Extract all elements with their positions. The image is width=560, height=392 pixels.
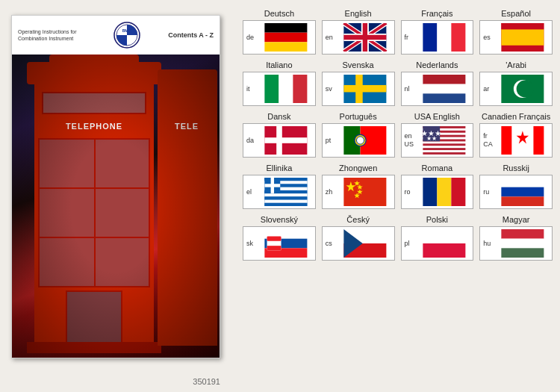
svg-rect-26 <box>343 85 386 93</box>
svg-rect-64 <box>264 203 307 206</box>
lang-item-italy[interactable]: Italianoit <box>243 60 316 106</box>
lang-box-hungary[interactable]: hu <box>479 226 553 261</box>
svg-rect-28 <box>423 84 465 94</box>
lang-item-arabic[interactable]: 'Arabiar <box>479 60 553 106</box>
lang-code-greece: el <box>246 188 257 196</box>
lang-code-hungary: hu <box>483 240 494 248</box>
lang-name-germany: Deutsch <box>243 9 316 18</box>
svg-rect-23 <box>293 75 307 103</box>
lang-item-germany[interactable]: Deutschde <box>243 9 316 55</box>
lang-item-china[interactable]: Zhongwenzh <box>322 164 395 209</box>
lang-code-sweden: sv <box>326 85 336 93</box>
flag-arabic <box>497 75 549 103</box>
lang-box-netherlands[interactable]: nl <box>401 72 474 106</box>
svg-rect-47 <box>423 152 465 155</box>
svg-text:★★: ★★ <box>426 135 436 142</box>
svg-rect-68 <box>343 178 386 206</box>
flag-czech <box>339 229 391 258</box>
book-photo: TELEPHONE TELE <box>12 55 220 358</box>
flag-denmark <box>260 126 312 155</box>
lang-box-uk[interactable]: en <box>322 20 395 55</box>
flag-greece <box>260 178 312 206</box>
svg-rect-21 <box>264 75 279 103</box>
lang-item-portugal[interactable]: Portuguêspt <box>322 112 395 158</box>
lang-box-arabic[interactable]: ar <box>479 72 553 106</box>
lang-code-slovakia: sk <box>246 240 257 248</box>
svg-rect-61 <box>264 193 307 196</box>
lang-box-russia[interactable]: ru <box>479 175 553 209</box>
book-header-text: Operating Instructions for Combination I… <box>18 28 85 42</box>
lang-item-slovakia[interactable]: Slovenskýsk <box>243 215 316 261</box>
photo-overlay <box>12 55 220 358</box>
lang-item-spain[interactable]: Españoles <box>479 9 553 55</box>
lang-box-canada[interactable]: fr CA <box>479 123 553 158</box>
svg-rect-85 <box>267 246 281 250</box>
left-panel: Operating Instructions for Combination I… <box>0 0 231 392</box>
lang-box-poland[interactable]: pl <box>401 226 474 261</box>
lang-code-czech: cs <box>326 240 336 248</box>
svg-rect-52 <box>502 126 512 155</box>
book-header: Operating Instructions for Combination I… <box>12 16 220 55</box>
svg-rect-22 <box>279 75 293 103</box>
flag-france <box>418 23 470 52</box>
lang-item-czech[interactable]: Českýcs <box>322 215 395 261</box>
svg-rect-91 <box>502 229 544 239</box>
lang-box-portugal[interactable]: pt <box>322 123 395 158</box>
watermark-number: 350191 <box>193 377 220 386</box>
lang-box-czech[interactable]: cs <box>322 226 395 261</box>
flag-poland <box>418 229 470 258</box>
lang-code-netherlands: nl <box>405 85 415 93</box>
svg-rect-92 <box>502 239 544 249</box>
svg-rect-74 <box>423 178 437 206</box>
flag-germany <box>260 23 312 52</box>
lang-name-russia: Russkij <box>479 164 553 172</box>
lang-item-denmark[interactable]: Danskda <box>243 112 316 158</box>
lang-box-usa[interactable]: en US ★★★ ★★ <box>401 123 474 158</box>
svg-point-39 <box>356 137 364 144</box>
lang-item-russia[interactable]: Russkijru <box>479 164 553 209</box>
lang-item-hungary[interactable]: Magyarhu <box>479 215 553 261</box>
lang-box-sweden[interactable]: sv <box>322 72 395 106</box>
flag-canada <box>497 126 549 155</box>
lang-item-canada[interactable]: Canadien Françaisfr CA <box>479 112 553 158</box>
lang-code-poland: pl <box>405 240 415 248</box>
lang-box-greece[interactable]: el <box>243 175 316 209</box>
lang-code-russia: ru <box>483 188 494 196</box>
lang-box-france[interactable]: fr <box>401 20 474 55</box>
lang-item-poland[interactable]: Polskipl <box>401 215 474 261</box>
lang-item-usa[interactable]: USA Englishen US ★★★ ★★ <box>401 112 474 158</box>
lang-box-italy[interactable]: it <box>243 72 316 106</box>
lang-name-romania: Romana <box>401 164 474 172</box>
book-header-right: Contents A - Z <box>168 31 214 40</box>
lang-name-arabic: 'Arabi <box>479 60 553 69</box>
lang-item-greece[interactable]: Ellinikael <box>243 164 316 209</box>
lang-item-uk[interactable]: Englishen <box>322 9 395 55</box>
lang-name-poland: Polski <box>401 215 474 224</box>
lang-item-france[interactable]: Françaisfr <box>401 9 474 55</box>
lang-box-denmark[interactable]: da <box>243 123 316 158</box>
svg-rect-77 <box>502 178 544 187</box>
lang-box-germany[interactable]: de <box>243 20 316 55</box>
svg-rect-75 <box>437 178 451 206</box>
svg-rect-90 <box>423 243 465 258</box>
lang-item-sweden[interactable]: Svenskasv <box>322 60 395 106</box>
lang-box-china[interactable]: zh <box>322 175 395 209</box>
lang-name-denmark: Dansk <box>243 112 316 121</box>
lang-name-slovakia: Slovenský <box>243 215 316 224</box>
lang-box-romania[interactable]: ro <box>401 175 474 209</box>
flag-italy <box>260 75 312 103</box>
lang-name-canada: Canadien Français <box>479 112 553 121</box>
flag-usa: ★★★ ★★ <box>418 126 470 155</box>
lang-item-netherlands[interactable]: Nederlandsnl <box>401 60 474 106</box>
lang-name-greece: Ellinika <box>243 164 316 172</box>
lang-box-spain[interactable]: es <box>479 20 553 55</box>
svg-rect-93 <box>502 248 544 258</box>
flag-sweden <box>339 75 391 103</box>
lang-code-uk: en <box>326 34 336 42</box>
lang-box-slovakia[interactable]: sk <box>243 226 316 261</box>
svg-rect-20 <box>502 23 544 29</box>
lang-name-china: Zhongwen <box>322 164 395 172</box>
svg-rect-78 <box>502 187 544 197</box>
svg-rect-29 <box>423 93 465 103</box>
lang-item-romania[interactable]: Romanaro <box>401 164 474 209</box>
